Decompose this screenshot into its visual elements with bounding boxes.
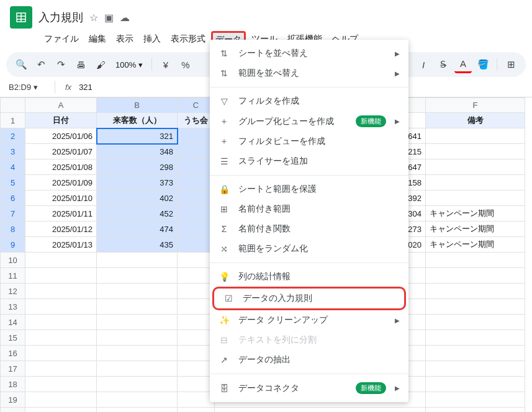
row-header[interactable]: 3	[1, 144, 25, 159]
menu-named-range[interactable]: ⊞名前付き範囲	[210, 199, 408, 219]
menu-file[interactable]: ファイル	[40, 31, 83, 48]
formula-input[interactable]: 321	[79, 83, 92, 92]
cell[interactable]: 日付	[25, 113, 97, 128]
chevron-right-icon: ▶	[395, 50, 400, 57]
row-header[interactable]: 6	[1, 190, 25, 206]
cell[interactable]: キャンペーン期間	[426, 222, 525, 237]
menu-create-filter[interactable]: ▽フィルタを作成	[210, 91, 408, 111]
row-header[interactable]: 2	[1, 128, 25, 144]
row-header[interactable]: 11	[1, 268, 25, 284]
menu-data-connector[interactable]: 🗄データコネクタ新機能▶	[210, 378, 408, 398]
cell[interactable]: 2025/01/08	[25, 159, 97, 175]
cell[interactable]	[178, 206, 215, 222]
menu-sort-sheet[interactable]: ⇅シートを並べ替え▶	[210, 43, 408, 63]
row-header[interactable]: 18	[1, 377, 25, 392]
undo-icon[interactable]: ↶	[32, 56, 50, 73]
cell[interactable]: 2025/01/07	[25, 144, 97, 159]
cell[interactable]: 備考	[426, 113, 525, 128]
document-title[interactable]: 入力規則	[38, 10, 83, 25]
cell[interactable]	[178, 144, 215, 159]
cell[interactable]: 321	[97, 128, 178, 144]
menu-data-extract[interactable]: ↗データの抽出	[210, 350, 408, 370]
col-header-C[interactable]: C	[178, 98, 215, 113]
text-color-icon[interactable]: A	[454, 56, 472, 73]
cell[interactable]: 373	[97, 175, 178, 190]
row-header[interactable]: 20	[1, 408, 25, 413]
cell[interactable]: 298	[97, 159, 178, 175]
cell[interactable]: 452	[97, 206, 178, 222]
col-header-B[interactable]: B	[97, 98, 178, 113]
menu-protect[interactable]: 🔒シートと範囲を保護	[210, 179, 408, 199]
percent-icon[interactable]: %	[177, 56, 194, 73]
cell[interactable]: 348	[97, 144, 178, 159]
currency-yen-icon[interactable]: ¥	[157, 56, 174, 73]
menu-format[interactable]: 表示形式	[166, 31, 210, 48]
cell[interactable]: キャンペーン期間	[426, 237, 525, 253]
cell[interactable]	[178, 190, 215, 206]
borders-icon[interactable]: ⊞	[502, 56, 520, 73]
cell[interactable]: 2025/01/10	[25, 190, 97, 206]
menu-randomize[interactable]: ⤭範囲をランダム化	[210, 239, 408, 259]
print-icon[interactable]: 🖶	[72, 56, 89, 73]
cell[interactable]	[426, 175, 525, 190]
cell[interactable]: 2025/01/13	[25, 237, 97, 253]
cell[interactable]: うち会	[178, 113, 215, 128]
cell[interactable]	[178, 222, 215, 237]
cell[interactable]	[426, 190, 525, 206]
cell[interactable]: 474	[97, 222, 178, 237]
cell[interactable]: 435	[97, 237, 178, 253]
menu-group-view[interactable]: ＋グループ化ビューを作成新機能▶	[210, 111, 408, 132]
row-header[interactable]: 17	[1, 361, 25, 377]
cell[interactable]: 2025/01/11	[25, 206, 97, 222]
menu-add-slicer[interactable]: ☰スライサーを追加	[210, 151, 408, 171]
row-header[interactable]: 13	[1, 299, 25, 315]
menu-insert[interactable]: 挿入	[139, 31, 165, 48]
italic-icon[interactable]: I	[415, 56, 432, 73]
cell[interactable]	[426, 128, 525, 144]
row-header[interactable]: 7	[1, 206, 25, 222]
col-header-F[interactable]: F	[426, 98, 525, 113]
row-header[interactable]: 12	[1, 284, 25, 299]
cell[interactable]: キャンペーン期間	[426, 206, 525, 222]
cell[interactable]	[426, 159, 525, 175]
cell[interactable]: 来客数（人）	[97, 113, 178, 128]
row-header[interactable]: 8	[1, 222, 25, 237]
cell[interactable]: 2025/01/09	[25, 175, 97, 190]
cell[interactable]	[178, 175, 215, 190]
menu-data-cleanup[interactable]: ✨データ クリーンアップ▶	[210, 310, 408, 330]
cell[interactable]	[178, 159, 215, 175]
cell[interactable]: 2025/01/12	[25, 222, 97, 237]
cell[interactable]	[178, 128, 215, 144]
row-header[interactable]: 1	[1, 113, 25, 128]
row-header[interactable]: 16	[1, 346, 25, 361]
move-icon[interactable]: ▣	[104, 12, 114, 24]
row-header[interactable]: 19	[1, 392, 25, 408]
menu-filter-view[interactable]: ＋フィルタビューを作成	[210, 132, 408, 151]
redo-icon[interactable]: ↷	[52, 56, 70, 73]
star-icon[interactable]: ☆	[89, 12, 98, 24]
row-header[interactable]: 4	[1, 159, 25, 175]
col-header-A[interactable]: A	[25, 98, 97, 113]
row-header[interactable]: 5	[1, 175, 25, 190]
menu-edit[interactable]: 編集	[84, 31, 110, 48]
row-header[interactable]: 15	[1, 330, 25, 346]
row-header[interactable]: 14	[1, 315, 25, 330]
cloud-icon[interactable]: ☁	[120, 12, 130, 24]
fill-color-icon[interactable]: 🪣	[474, 56, 492, 73]
row-header[interactable]: 9	[1, 237, 25, 253]
search-icon[interactable]: 🔍	[12, 56, 30, 73]
name-box[interactable]: B2:D9 ▾	[9, 83, 52, 92]
cell[interactable]: 2025/01/06	[25, 128, 97, 144]
menu-named-function[interactable]: Σ名前付き関数	[210, 219, 408, 239]
menu-view[interactable]: 表示	[112, 31, 138, 48]
row-header[interactable]: 10	[1, 253, 25, 268]
cell[interactable]: 402	[97, 190, 178, 206]
menu-sort-range[interactable]: ⇅範囲を並べ替え▶	[210, 63, 408, 83]
menu-data-validation[interactable]: ☑データの入力規則	[212, 287, 406, 310]
zoom-select[interactable]: 100% ▾	[112, 60, 147, 69]
cell[interactable]	[426, 144, 525, 159]
menu-column-stats[interactable]: 💡列の統計情報	[210, 267, 408, 287]
strike-icon[interactable]: S̶	[435, 56, 452, 73]
paint-format-icon[interactable]: 🖌	[92, 56, 109, 73]
cell[interactable]	[178, 237, 215, 253]
